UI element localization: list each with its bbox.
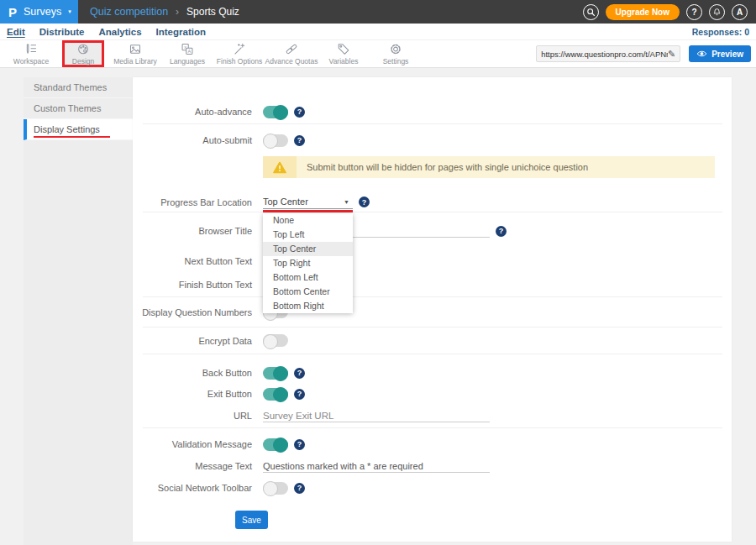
warning-triangle-icon <box>273 161 286 174</box>
auto-submit-warning: Submit button will be hidden for pages w… <box>263 156 715 178</box>
help-menu-button[interactable]: ? <box>686 4 702 20</box>
social-network-toolbar-label: Social Network Toolbar <box>133 483 252 493</box>
palette-icon <box>79 45 88 54</box>
sidebar-item-custom-themes[interactable]: Custom Themes <box>24 98 133 119</box>
selected-value: Top Center <box>263 197 308 207</box>
auto-submit-toggle[interactable] <box>263 134 288 147</box>
breadcrumb: Quiz competition › Sports Quiz <box>90 6 239 18</box>
image-icon <box>130 45 139 53</box>
sidebar-item-standard-themes[interactable]: Standard Themes <box>24 77 133 98</box>
dropdown-option-bottom-right[interactable]: Bottom Right <box>263 299 353 313</box>
social-network-toolbar-toggle[interactable] <box>263 482 288 495</box>
warning-text: Submit button will be hidden for pages w… <box>307 156 588 178</box>
row-encrypt-data: Encrypt Data <box>133 328 732 354</box>
display-settings-panel: Auto-advance ? Auto-submit ? Submit butt… <box>133 77 732 542</box>
row-browser-title: Browser Title ? <box>133 212 732 249</box>
product-menu[interactable]: P Surveys ▾ <box>0 0 78 24</box>
help-icon[interactable]: ? <box>294 389 305 400</box>
edit-toolbar: Workspace Design Media Library xA Langua… <box>0 40 756 68</box>
back-button-toggle[interactable] <box>263 367 288 380</box>
sidebar-label-standard-themes: Standard Themes <box>34 82 107 92</box>
dropdown-option-top-left[interactable]: Top Left <box>263 228 353 242</box>
help-icon[interactable]: ? <box>496 226 507 237</box>
magic-wand-icon <box>235 44 244 54</box>
search-icon <box>587 8 594 15</box>
warning-badge <box>263 156 297 178</box>
design-sidebar: Standard Themes Custom Themes Display Se… <box>24 77 133 545</box>
display-question-numbers-label: Display Question Numbers <box>133 307 252 317</box>
notifications-button[interactable] <box>709 4 725 20</box>
toolbar-item-media-library[interactable]: Media Library <box>109 40 161 67</box>
breadcrumb-folder[interactable]: Quiz competition <box>90 6 168 18</box>
dropdown-option-top-right[interactable]: Top Right <box>263 256 353 270</box>
dropdown-option-top-center[interactable]: Top Center <box>263 242 353 256</box>
toolbar-right: ✎ Preview <box>536 40 756 67</box>
toolbar-label-finish-options: Finish Options <box>217 57 262 66</box>
exit-url-input[interactable] <box>263 409 490 422</box>
toolbar-label-variables: Variables <box>329 57 359 66</box>
auto-advance-toggle[interactable] <box>263 106 288 118</box>
chevron-down-icon: ▾ <box>68 8 71 15</box>
progress-bar-location-select[interactable]: Top Center ▼ <box>263 195 353 209</box>
toolbar-item-advance-quotas[interactable]: Advance Quotas <box>265 40 318 67</box>
account-avatar[interactable]: A <box>732 4 748 20</box>
auto-advance-label: Auto-advance <box>133 107 252 117</box>
toolbar-item-design[interactable]: Design <box>57 40 109 67</box>
row-next-button-text: Next Button Text <box>133 249 732 273</box>
exit-button-toggle[interactable] <box>263 388 288 401</box>
toolbar-item-workspace[interactable]: Workspace <box>5 40 57 67</box>
toolbar-label-languages: Languages <box>170 57 205 66</box>
tab-analytics[interactable]: Analytics <box>98 27 141 37</box>
bell-icon <box>714 8 720 14</box>
chain-link-icon <box>286 45 297 55</box>
avatar-letter: A <box>737 8 743 17</box>
validation-message-toggle[interactable] <box>263 438 288 451</box>
responses-count[interactable]: Responses: 0 <box>692 27 749 37</box>
row-validation-message: Validation Message ? <box>133 433 732 455</box>
breadcrumb-separator-icon: › <box>176 6 179 18</box>
help-icon[interactable]: ? <box>359 197 370 207</box>
survey-url-input[interactable] <box>541 50 668 59</box>
help-icon[interactable]: ? <box>294 483 305 494</box>
help-icon[interactable]: ? <box>294 107 305 118</box>
row-finish-button-text: Finish Button Text <box>133 273 732 296</box>
preview-button[interactable]: Preview <box>689 45 751 62</box>
toolbar-item-variables[interactable]: Variables <box>318 40 370 67</box>
tab-edit[interactable]: Edit <box>7 27 25 37</box>
preview-label: Preview <box>711 50 743 59</box>
topbar: P Surveys ▾ Quiz competition › Sports Qu… <box>0 0 756 24</box>
back-button-label: Back Button <box>133 368 252 378</box>
message-text-input[interactable] <box>263 459 490 473</box>
toolbar-label-advance-quotas: Advance Quotas <box>265 57 318 66</box>
search-button[interactable] <box>583 4 599 20</box>
sidebar-label-custom-themes: Custom Themes <box>34 103 102 113</box>
row-exit-button: Exit Button ? <box>133 384 732 404</box>
dropdown-option-none[interactable]: None <box>263 213 353 228</box>
auto-submit-label: Auto-submit <box>133 135 252 145</box>
toolbar-item-finish-options[interactable]: Finish Options <box>213 40 265 67</box>
save-button[interactable]: Save <box>235 511 268 529</box>
dropdown-option-bottom-center[interactable]: Bottom Center <box>263 285 353 299</box>
questionpro-app: P Surveys ▾ Quiz competition › Sports Qu… <box>0 0 756 545</box>
toolbar-item-settings[interactable]: Settings <box>370 40 422 67</box>
row-auto-advance: Auto-advance ? <box>133 100 732 123</box>
exit-button-label: Exit Button <box>133 389 252 399</box>
annotation-progress-select-underline <box>263 210 353 212</box>
toolbar-label-design: Design <box>72 57 94 66</box>
tab-integration[interactable]: Integration <box>156 27 206 37</box>
upgrade-now-button[interactable]: Upgrade Now <box>606 4 680 20</box>
encrypt-data-toggle[interactable] <box>263 334 288 347</box>
dropdown-option-bottom-left[interactable]: Bottom Left <box>263 270 353 285</box>
progress-bar-location-label: Progress Bar Location <box>133 197 252 207</box>
tab-distribute[interactable]: Distribute <box>39 27 85 37</box>
help-icon[interactable]: ? <box>294 135 305 146</box>
help-icon[interactable]: ? <box>294 439 305 450</box>
translate-icon: xA <box>182 45 192 55</box>
row-social-network-toolbar: Social Network Toolbar ? <box>133 477 732 499</box>
toolbar-item-languages[interactable]: xA Languages <box>161 40 213 67</box>
sidebar-item-display-settings[interactable]: Display Settings <box>24 119 133 140</box>
sidebar-label-display-settings: Display Settings <box>34 124 100 134</box>
edit-url-icon[interactable]: ✎ <box>668 49 675 60</box>
question-mark-icon: ? <box>691 8 696 17</box>
help-icon[interactable]: ? <box>294 368 305 379</box>
